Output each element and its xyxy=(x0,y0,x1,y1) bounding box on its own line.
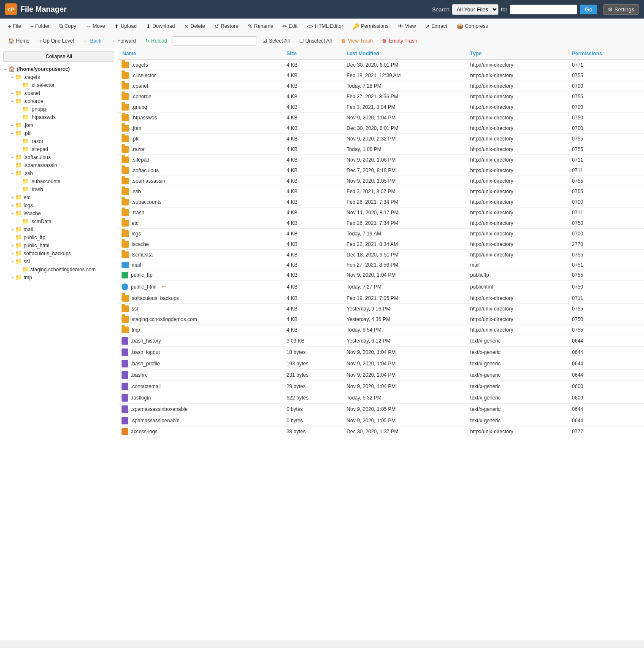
table-row[interactable]: ssl4 KBYesterday, 9:16 PMhttpd/unix-dire… xyxy=(118,304,644,314)
search-scope-select[interactable]: All Your Files xyxy=(452,4,498,15)
delete-button[interactable]: ✕ Delete xyxy=(180,22,209,31)
table-row[interactable]: public_ftp4 KBNov 9, 2020, 1:04 PMpublic… xyxy=(118,270,644,281)
table-row[interactable]: access-logs38 bytesDec 30, 2020, 1:37 PM… xyxy=(118,427,644,437)
new-file-button[interactable]: + File xyxy=(4,22,25,31)
search-input[interactable] xyxy=(510,5,577,14)
table-row[interactable]: logs4 KBToday, 7:19 AMhttpd/unix-directo… xyxy=(118,229,644,239)
table-row[interactable]: .sitepad4 KBNov 9, 2020, 1:06 PMhttpd/un… xyxy=(118,155,644,165)
view-trash-button[interactable]: 🗑 View Trash xyxy=(337,36,376,46)
sidebar-item-cl_selector[interactable]: 📁.cl.selector xyxy=(0,81,118,89)
forward-button[interactable]: → Forward xyxy=(107,36,140,46)
table-row[interactable]: staging.cchostingdemos.com4 KBYesterday,… xyxy=(118,314,644,325)
sidebar-item-jbm[interactable]: +📁.jbm xyxy=(0,121,118,129)
permissions-button[interactable]: 🔑 Permissions xyxy=(349,22,392,31)
view-trash-icon: 🗑 xyxy=(341,38,346,44)
compress-button[interactable]: 📦 Compress xyxy=(453,22,492,31)
home-button[interactable]: 🏠 Home xyxy=(4,36,33,46)
sidebar-item-tmp[interactable]: +📁tmp xyxy=(0,273,118,281)
sidebar-item-etc[interactable]: +📁etc xyxy=(0,193,118,201)
view-button[interactable]: 👁 View xyxy=(394,22,420,31)
table-row[interactable]: .pki4 KBNov 9, 2020, 2:32 PMhttpd/unix-d… xyxy=(118,134,644,144)
table-row[interactable]: .spamassassinenable0 bytesNov 9, 2020, 1… xyxy=(118,415,644,427)
table-row[interactable]: .cphorde4 KBFeb 27, 2021, 8:56 PMhttpd/u… xyxy=(118,92,644,102)
copy-button[interactable]: ⧉ Copy xyxy=(55,21,80,31)
table-row[interactable]: .ssh4 KBFeb 3, 2021, 8:07 PMhttpd/unix-d… xyxy=(118,186,644,197)
settings-button[interactable]: ⚙ Settings xyxy=(603,4,639,15)
tree-root-item[interactable]: − 🏠 (/home/yourcpusercc) xyxy=(0,65,118,73)
table-row[interactable]: .razor4 KBToday, 1:06 PMhttpd/unix-direc… xyxy=(118,144,644,155)
sidebar-item-cphorde[interactable]: +📁.cphorde xyxy=(0,97,118,105)
table-row[interactable]: .cpanel4 KBToday, 7:28 PMhttpd/unix-dire… xyxy=(118,81,644,92)
table-row[interactable]: etc4 KBFeb 26, 2021, 7:34 PMhttpd/unix-d… xyxy=(118,218,644,229)
rename-button[interactable]: ✎ Rename xyxy=(244,22,277,31)
table-row[interactable]: .contactemail29 bytesNov 9, 2020, 1:04 P… xyxy=(118,381,644,392)
table-row[interactable]: .bashrc231 bytesNov 9, 2020, 1:04 PMtext… xyxy=(118,370,644,381)
sidebar-item-spamassassin[interactable]: 📁.spamassassin xyxy=(0,161,118,169)
path-input[interactable] xyxy=(173,36,257,46)
sidebar-item-staging[interactable]: 📁staging.cchostingdemos.com xyxy=(0,265,118,273)
sidebar-item-trash[interactable]: 📁.trash xyxy=(0,185,118,193)
sidebar-item-lscmData[interactable]: 📁lscmData xyxy=(0,217,118,225)
upload-button[interactable]: ⬆ Upload xyxy=(111,22,141,31)
sidebar-item-logs[interactable]: +📁logs xyxy=(0,201,118,209)
table-row[interactable]: .cl.selector4 KBFeb 18, 2021, 12:39 AMht… xyxy=(118,70,644,81)
sidebar-item-gnupg[interactable]: 📁.gnupg xyxy=(0,105,118,113)
collapse-all-button[interactable]: Collapse All xyxy=(3,51,114,62)
sidebar-item-htpasswds[interactable]: 📁.htpasswds xyxy=(0,113,118,121)
sidebar-item-sitepad[interactable]: 📁.sitepad xyxy=(0,145,118,153)
sidebar-item-softaculous_backups[interactable]: +📁softaculous_backups xyxy=(0,249,118,257)
up-one-level-button[interactable]: ↑ Up One Level xyxy=(35,36,78,46)
restore-button[interactable]: ↺ Restore xyxy=(211,22,242,31)
table-row[interactable]: .htpasswds4 KBNov 9, 2020, 1:04 PMhttpd/… xyxy=(118,113,644,123)
table-row[interactable]: .bash_history3.03 KBYesterday, 6:12 PMte… xyxy=(118,335,644,347)
sidebar-item-softaculous[interactable]: +📁.softaculous xyxy=(0,153,118,161)
table-row[interactable]: mail4 KBFeb 27, 2021, 8:56 PMmail0751 xyxy=(118,260,644,270)
table-row[interactable]: .spamassassin4 KBNov 9, 2020, 1:05 PMhtt… xyxy=(118,176,644,186)
sidebar-item-mail[interactable]: +📁mail xyxy=(0,225,118,233)
table-row[interactable]: .bash_profile193 bytesNov 9, 2020, 1:04 … xyxy=(118,358,644,370)
move-button[interactable]: ↔ Move xyxy=(82,22,109,31)
back-button[interactable]: ← Back xyxy=(79,36,105,46)
table-row[interactable]: tmp4 KBToday, 6:54 PMhttpd/unix-director… xyxy=(118,325,644,335)
table-row[interactable]: .softaculous4 KBDec 7, 2020, 8:18 PMhttp… xyxy=(118,165,644,176)
table-row[interactable]: .lastlogin622 bytesToday, 6:32 PMtext/x-… xyxy=(118,392,644,404)
new-folder-button[interactable]: + Folder xyxy=(27,22,54,31)
table-row[interactable]: .spamassassinboxenable0 bytesNov 9, 2020… xyxy=(118,404,644,415)
download-button[interactable]: ⬇ Download xyxy=(142,22,179,31)
tree-item-label: mail xyxy=(24,227,33,232)
extract-button[interactable]: ↗ Extract xyxy=(421,22,451,31)
sidebar-item-cagefs[interactable]: +📁.cagefs xyxy=(0,73,118,81)
table-row[interactable]: public_html← 4 KBToday, 7:27 PMpublichtm… xyxy=(118,281,644,293)
edit-button[interactable]: ✏ Edit xyxy=(279,22,301,31)
table-row[interactable]: .trash4 KBNov 11, 2020, 8:17 PMhttpd/uni… xyxy=(118,208,644,218)
select-all-button[interactable]: ☑ Select All xyxy=(259,36,293,46)
sidebar-item-lscache[interactable]: +📁lscache xyxy=(0,209,118,217)
reload-button[interactable]: ↻ Reload xyxy=(141,36,171,46)
sidebar-item-razor[interactable]: 📁.razor xyxy=(0,137,118,145)
table-row[interactable]: .jbm4 KBDec 30, 2020, 6:01 PMhttpd/unix-… xyxy=(118,123,644,134)
sidebar-item-ssh[interactable]: +📁.ssh xyxy=(0,169,118,177)
search-go-button[interactable]: Go xyxy=(580,5,597,14)
col-type[interactable]: Type xyxy=(466,48,568,59)
sidebar-item-pki[interactable]: +📁.pki xyxy=(0,129,118,137)
table-row[interactable]: softaculous_backups4 KBFeb 19, 2021, 7:0… xyxy=(118,293,644,304)
html-editor-button[interactable]: <> HTML Editor xyxy=(303,22,347,31)
col-perms[interactable]: Permissions xyxy=(568,48,644,59)
col-name[interactable]: Name xyxy=(118,48,282,59)
empty-trash-button[interactable]: 🗑 Empty Trash xyxy=(378,36,421,46)
sidebar-item-cpanel[interactable]: +📁.cpanel xyxy=(0,89,118,97)
col-size[interactable]: Size xyxy=(282,48,342,59)
table-row[interactable]: .gnupg4 KBFeb 3, 2021, 8:04 PMhttpd/unix… xyxy=(118,102,644,113)
sidebar-item-ssl[interactable]: +📁ssl xyxy=(0,257,118,265)
sidebar-item-public_html[interactable]: +📁public_html xyxy=(0,241,118,249)
col-modified[interactable]: Last Modified xyxy=(342,48,466,59)
sidebar-item-public_ftp[interactable]: 📁public_ftp xyxy=(0,233,118,241)
table-row[interactable]: .subaccounts4 KBFeb 26, 2021, 7:34 PMhtt… xyxy=(118,197,644,208)
table-row[interactable]: .bash_logout18 bytesNov 9, 2020, 1:04 PM… xyxy=(118,347,644,358)
tree-item-label: logs xyxy=(24,202,33,208)
unselect-all-button[interactable]: ☐ Unselect All xyxy=(295,36,336,46)
table-row[interactable]: lscache4 KBFeb 22, 2021, 8:34 AMhttpd/un… xyxy=(118,239,644,250)
sidebar-item-subaccounts[interactable]: 📁.subaccounts xyxy=(0,177,118,185)
table-row[interactable]: lscmData4 KBDec 18, 2020, 9:51 PMhttpd/u… xyxy=(118,250,644,260)
table-row[interactable]: .cagefs4 KBDec 30, 2020, 6:01 PMhttpd/un… xyxy=(118,59,644,70)
